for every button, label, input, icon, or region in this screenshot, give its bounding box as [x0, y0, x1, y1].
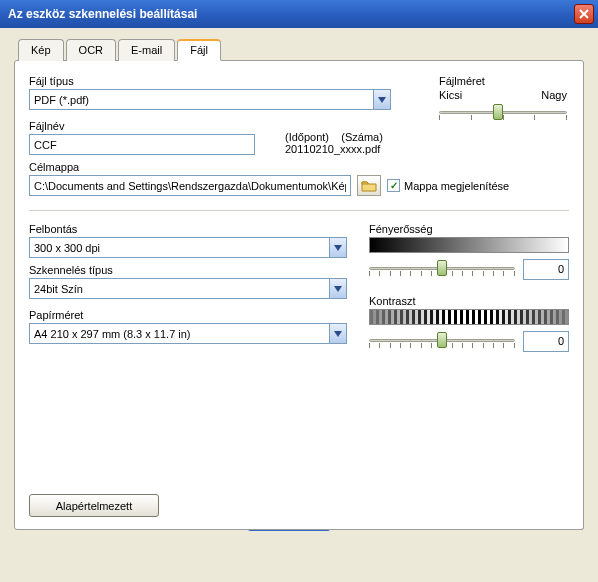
dropdown-button[interactable]	[329, 323, 347, 344]
scantype-value: 24bit Szín	[29, 278, 329, 299]
dropdown-button[interactable]	[329, 278, 347, 299]
filename-pattern-info: (Időpont) (Száma) 20110210_xxxx.pdf	[285, 131, 383, 155]
filesize-group: Fájlméret Kicsi Nagy	[439, 75, 567, 125]
show-folder-label: Mappa megjelenítése	[404, 180, 509, 192]
brightness-gradient	[369, 237, 569, 253]
contrast-slider[interactable]	[369, 329, 515, 353]
checkbox-icon: ✓	[387, 179, 400, 192]
tab-panel: Fájlméret Kicsi Nagy Fájl típus PDF (*.p…	[14, 60, 584, 530]
filetype-select[interactable]: PDF (*.pdf)	[29, 89, 391, 110]
resolution-select[interactable]: 300 x 300 dpi	[29, 237, 349, 258]
folder-label: Célmappa	[29, 161, 569, 173]
filetype-value: PDF (*.pdf)	[29, 89, 373, 110]
brightness-slider[interactable]	[369, 257, 515, 281]
paper-select[interactable]: A4 210 x 297 mm (8.3 x 11.7 in)	[29, 323, 349, 344]
brightness-value[interactable]	[523, 259, 569, 280]
tab-file[interactable]: Fájl	[177, 39, 221, 61]
tab-bar: Kép OCR E-mail Fájl	[18, 38, 584, 60]
tab-image[interactable]: Kép	[18, 39, 64, 61]
defaults-button[interactable]: Alapértelmezett	[29, 494, 159, 517]
tab-email[interactable]: E-mail	[118, 39, 175, 61]
paper-label: Papírméret	[29, 309, 349, 321]
filesize-label: Fájlméret	[439, 75, 567, 87]
contrast-pattern	[369, 309, 569, 325]
contrast-label: Kontraszt	[369, 295, 569, 307]
client-area: Kép OCR E-mail Fájl Fájlméret Kicsi Nagy…	[0, 28, 598, 540]
scantype-label: Szkennelés típus	[29, 264, 349, 276]
chevron-down-icon	[334, 245, 342, 251]
filename-example: 20110210_xxxx.pdf	[285, 143, 383, 155]
paper-value: A4 210 x 297 mm (8.3 x 11.7 in)	[29, 323, 329, 344]
dropdown-button[interactable]	[373, 89, 391, 110]
filesize-small-label: Kicsi	[439, 89, 462, 101]
chevron-down-icon	[378, 97, 386, 103]
close-button[interactable]	[574, 4, 594, 24]
resolution-label: Felbontás	[29, 223, 349, 235]
filesize-large-label: Nagy	[541, 89, 567, 101]
show-folder-checkbox[interactable]: ✓ Mappa megjelenítése	[387, 179, 509, 192]
dropdown-button[interactable]	[329, 237, 347, 258]
contrast-value[interactable]	[523, 331, 569, 352]
chevron-down-icon	[334, 286, 342, 292]
divider	[29, 210, 569, 211]
scantype-select[interactable]: 24bit Szín	[29, 278, 349, 299]
brightness-label: Fényerősség	[369, 223, 569, 235]
close-icon	[579, 9, 589, 19]
chevron-down-icon	[334, 331, 342, 337]
resolution-value: 300 x 300 dpi	[29, 237, 329, 258]
filename-input[interactable]	[29, 134, 255, 155]
folder-icon	[361, 179, 377, 192]
tab-ocr[interactable]: OCR	[66, 39, 116, 61]
browse-folder-button[interactable]	[357, 175, 381, 196]
folder-path-input[interactable]	[29, 175, 351, 196]
filetype-label: Fájl típus	[29, 75, 391, 87]
titlebar: Az eszköz szkennelési beállításai	[0, 0, 598, 28]
window-title: Az eszköz szkennelési beállításai	[8, 7, 574, 21]
filename-label: Fájlnév	[29, 120, 255, 132]
filesize-slider[interactable]	[439, 101, 567, 125]
